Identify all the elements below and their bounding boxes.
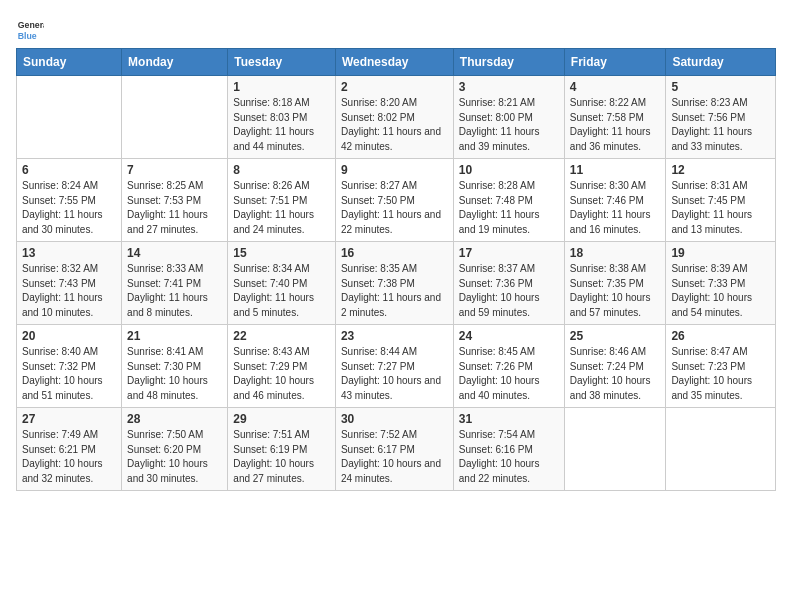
logo-icon: General Blue bbox=[16, 16, 44, 44]
calendar-header-row: SundayMondayTuesdayWednesdayThursdayFrid… bbox=[17, 49, 776, 76]
day-info: Sunrise: 8:23 AM Sunset: 7:56 PM Dayligh… bbox=[671, 96, 770, 154]
calendar-cell: 26Sunrise: 8:47 AM Sunset: 7:23 PM Dayli… bbox=[666, 325, 776, 408]
day-info: Sunrise: 7:52 AM Sunset: 6:17 PM Dayligh… bbox=[341, 428, 448, 486]
calendar-cell: 9Sunrise: 8:27 AM Sunset: 7:50 PM Daylig… bbox=[335, 159, 453, 242]
day-number: 6 bbox=[22, 163, 116, 177]
day-number: 26 bbox=[671, 329, 770, 343]
day-number: 24 bbox=[459, 329, 559, 343]
calendar-week-row: 13Sunrise: 8:32 AM Sunset: 7:43 PM Dayli… bbox=[17, 242, 776, 325]
day-info: Sunrise: 7:51 AM Sunset: 6:19 PM Dayligh… bbox=[233, 428, 330, 486]
day-info: Sunrise: 8:47 AM Sunset: 7:23 PM Dayligh… bbox=[671, 345, 770, 403]
calendar-cell: 14Sunrise: 8:33 AM Sunset: 7:41 PM Dayli… bbox=[122, 242, 228, 325]
calendar-cell: 16Sunrise: 8:35 AM Sunset: 7:38 PM Dayli… bbox=[335, 242, 453, 325]
day-number: 3 bbox=[459, 80, 559, 94]
day-info: Sunrise: 7:50 AM Sunset: 6:20 PM Dayligh… bbox=[127, 428, 222, 486]
calendar-week-row: 27Sunrise: 7:49 AM Sunset: 6:21 PM Dayli… bbox=[17, 408, 776, 491]
calendar-cell: 30Sunrise: 7:52 AM Sunset: 6:17 PM Dayli… bbox=[335, 408, 453, 491]
column-header-friday: Friday bbox=[564, 49, 666, 76]
calendar-cell bbox=[666, 408, 776, 491]
calendar-cell: 5Sunrise: 8:23 AM Sunset: 7:56 PM Daylig… bbox=[666, 76, 776, 159]
calendar-cell: 3Sunrise: 8:21 AM Sunset: 8:00 PM Daylig… bbox=[453, 76, 564, 159]
day-number: 4 bbox=[570, 80, 661, 94]
day-number: 17 bbox=[459, 246, 559, 260]
calendar-cell: 2Sunrise: 8:20 AM Sunset: 8:02 PM Daylig… bbox=[335, 76, 453, 159]
day-info: Sunrise: 7:54 AM Sunset: 6:16 PM Dayligh… bbox=[459, 428, 559, 486]
day-info: Sunrise: 8:26 AM Sunset: 7:51 PM Dayligh… bbox=[233, 179, 330, 237]
calendar-cell: 22Sunrise: 8:43 AM Sunset: 7:29 PM Dayli… bbox=[228, 325, 336, 408]
day-number: 14 bbox=[127, 246, 222, 260]
day-info: Sunrise: 8:41 AM Sunset: 7:30 PM Dayligh… bbox=[127, 345, 222, 403]
day-info: Sunrise: 8:38 AM Sunset: 7:35 PM Dayligh… bbox=[570, 262, 661, 320]
column-header-saturday: Saturday bbox=[666, 49, 776, 76]
day-number: 27 bbox=[22, 412, 116, 426]
day-info: Sunrise: 8:34 AM Sunset: 7:40 PM Dayligh… bbox=[233, 262, 330, 320]
day-info: Sunrise: 7:49 AM Sunset: 6:21 PM Dayligh… bbox=[22, 428, 116, 486]
day-number: 18 bbox=[570, 246, 661, 260]
calendar-cell: 10Sunrise: 8:28 AM Sunset: 7:48 PM Dayli… bbox=[453, 159, 564, 242]
day-number: 20 bbox=[22, 329, 116, 343]
calendar-week-row: 6Sunrise: 8:24 AM Sunset: 7:55 PM Daylig… bbox=[17, 159, 776, 242]
calendar-week-row: 1Sunrise: 8:18 AM Sunset: 8:03 PM Daylig… bbox=[17, 76, 776, 159]
day-info: Sunrise: 8:21 AM Sunset: 8:00 PM Dayligh… bbox=[459, 96, 559, 154]
day-info: Sunrise: 8:20 AM Sunset: 8:02 PM Dayligh… bbox=[341, 96, 448, 154]
calendar-cell: 4Sunrise: 8:22 AM Sunset: 7:58 PM Daylig… bbox=[564, 76, 666, 159]
day-number: 30 bbox=[341, 412, 448, 426]
calendar-cell bbox=[564, 408, 666, 491]
day-number: 29 bbox=[233, 412, 330, 426]
day-number: 9 bbox=[341, 163, 448, 177]
svg-text:General: General bbox=[18, 20, 44, 30]
day-info: Sunrise: 8:45 AM Sunset: 7:26 PM Dayligh… bbox=[459, 345, 559, 403]
logo: General Blue bbox=[16, 16, 48, 44]
day-info: Sunrise: 8:43 AM Sunset: 7:29 PM Dayligh… bbox=[233, 345, 330, 403]
calendar-cell: 21Sunrise: 8:41 AM Sunset: 7:30 PM Dayli… bbox=[122, 325, 228, 408]
calendar-cell: 20Sunrise: 8:40 AM Sunset: 7:32 PM Dayli… bbox=[17, 325, 122, 408]
day-info: Sunrise: 8:46 AM Sunset: 7:24 PM Dayligh… bbox=[570, 345, 661, 403]
calendar-cell: 24Sunrise: 8:45 AM Sunset: 7:26 PM Dayli… bbox=[453, 325, 564, 408]
calendar-cell: 19Sunrise: 8:39 AM Sunset: 7:33 PM Dayli… bbox=[666, 242, 776, 325]
day-number: 10 bbox=[459, 163, 559, 177]
calendar-cell: 27Sunrise: 7:49 AM Sunset: 6:21 PM Dayli… bbox=[17, 408, 122, 491]
column-header-monday: Monday bbox=[122, 49, 228, 76]
column-header-tuesday: Tuesday bbox=[228, 49, 336, 76]
day-number: 11 bbox=[570, 163, 661, 177]
day-number: 8 bbox=[233, 163, 330, 177]
day-number: 23 bbox=[341, 329, 448, 343]
day-info: Sunrise: 8:32 AM Sunset: 7:43 PM Dayligh… bbox=[22, 262, 116, 320]
day-number: 21 bbox=[127, 329, 222, 343]
day-number: 16 bbox=[341, 246, 448, 260]
calendar-week-row: 20Sunrise: 8:40 AM Sunset: 7:32 PM Dayli… bbox=[17, 325, 776, 408]
day-info: Sunrise: 8:44 AM Sunset: 7:27 PM Dayligh… bbox=[341, 345, 448, 403]
calendar-cell: 1Sunrise: 8:18 AM Sunset: 8:03 PM Daylig… bbox=[228, 76, 336, 159]
day-number: 22 bbox=[233, 329, 330, 343]
calendar-cell: 28Sunrise: 7:50 AM Sunset: 6:20 PM Dayli… bbox=[122, 408, 228, 491]
calendar-cell: 11Sunrise: 8:30 AM Sunset: 7:46 PM Dayli… bbox=[564, 159, 666, 242]
calendar-table: SundayMondayTuesdayWednesdayThursdayFrid… bbox=[16, 48, 776, 491]
day-number: 2 bbox=[341, 80, 448, 94]
day-info: Sunrise: 8:30 AM Sunset: 7:46 PM Dayligh… bbox=[570, 179, 661, 237]
day-number: 28 bbox=[127, 412, 222, 426]
column-header-wednesday: Wednesday bbox=[335, 49, 453, 76]
day-info: Sunrise: 8:18 AM Sunset: 8:03 PM Dayligh… bbox=[233, 96, 330, 154]
calendar-cell: 6Sunrise: 8:24 AM Sunset: 7:55 PM Daylig… bbox=[17, 159, 122, 242]
calendar-cell: 29Sunrise: 7:51 AM Sunset: 6:19 PM Dayli… bbox=[228, 408, 336, 491]
day-info: Sunrise: 8:25 AM Sunset: 7:53 PM Dayligh… bbox=[127, 179, 222, 237]
calendar-cell: 15Sunrise: 8:34 AM Sunset: 7:40 PM Dayli… bbox=[228, 242, 336, 325]
calendar-cell: 17Sunrise: 8:37 AM Sunset: 7:36 PM Dayli… bbox=[453, 242, 564, 325]
calendar-cell bbox=[17, 76, 122, 159]
day-info: Sunrise: 8:28 AM Sunset: 7:48 PM Dayligh… bbox=[459, 179, 559, 237]
day-info: Sunrise: 8:37 AM Sunset: 7:36 PM Dayligh… bbox=[459, 262, 559, 320]
calendar-cell: 8Sunrise: 8:26 AM Sunset: 7:51 PM Daylig… bbox=[228, 159, 336, 242]
day-number: 5 bbox=[671, 80, 770, 94]
column-header-sunday: Sunday bbox=[17, 49, 122, 76]
day-info: Sunrise: 8:27 AM Sunset: 7:50 PM Dayligh… bbox=[341, 179, 448, 237]
day-number: 7 bbox=[127, 163, 222, 177]
day-info: Sunrise: 8:31 AM Sunset: 7:45 PM Dayligh… bbox=[671, 179, 770, 237]
calendar-cell: 23Sunrise: 8:44 AM Sunset: 7:27 PM Dayli… bbox=[335, 325, 453, 408]
svg-text:Blue: Blue bbox=[18, 31, 37, 41]
day-info: Sunrise: 8:40 AM Sunset: 7:32 PM Dayligh… bbox=[22, 345, 116, 403]
day-info: Sunrise: 8:39 AM Sunset: 7:33 PM Dayligh… bbox=[671, 262, 770, 320]
calendar-cell bbox=[122, 76, 228, 159]
day-number: 13 bbox=[22, 246, 116, 260]
day-number: 1 bbox=[233, 80, 330, 94]
calendar-cell: 31Sunrise: 7:54 AM Sunset: 6:16 PM Dayli… bbox=[453, 408, 564, 491]
